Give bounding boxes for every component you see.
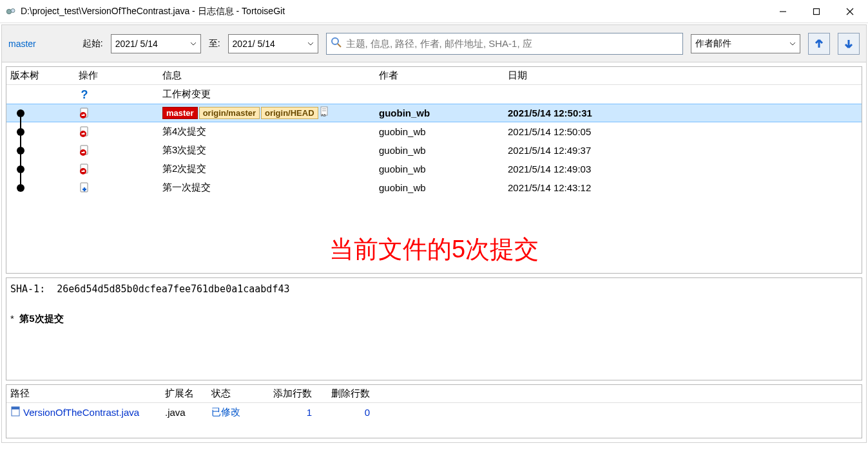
file-icon bbox=[10, 406, 21, 418]
commit-date: 2021/5/14 12:49:37 bbox=[504, 145, 862, 156]
modified-icon bbox=[79, 108, 90, 119]
modified-icon bbox=[79, 164, 90, 175]
annotation-label: 当前文件的5次提交 bbox=[329, 233, 539, 266]
log-row[interactable]: 第4次提交guobin_wb2021/5/14 12:50:05 bbox=[6, 122, 862, 141]
fcol-path[interactable]: 路径 bbox=[6, 388, 161, 400]
worktree-msg: 工作树变更 bbox=[162, 88, 211, 100]
commit-detail-panel[interactable]: SHA-1: 26e6d54d5d85b0dcfea7fee761dbe0a1c… bbox=[6, 277, 862, 380]
to-date-picker[interactable]: 2021/ 5/14 bbox=[228, 34, 318, 53]
svg-line-7 bbox=[338, 44, 341, 47]
log-row[interactable]: master origin/master origin/HEAD A5guobi… bbox=[6, 104, 862, 122]
search-input[interactable] bbox=[346, 38, 679, 49]
log-row[interactable]: 第3次提交guobin_wb2021/5/14 12:49:37 bbox=[6, 141, 862, 160]
prev-button[interactable] bbox=[808, 33, 830, 55]
maximize-button[interactable] bbox=[800, 0, 833, 23]
fcol-status[interactable]: 状态 bbox=[207, 388, 258, 400]
commit-date: 2021/5/14 12:49:03 bbox=[504, 164, 862, 174]
added-icon bbox=[79, 182, 90, 194]
ref-tag: origin/HEAD bbox=[261, 107, 318, 119]
file-ext: .java bbox=[161, 407, 207, 418]
file-del: 0 bbox=[316, 407, 374, 418]
chevron-down-icon bbox=[789, 39, 796, 49]
file-path: VersionOfTheContrast.java bbox=[23, 407, 139, 418]
commit-date: 2021/5/14 12:50:05 bbox=[504, 126, 862, 137]
commit-msg: 第4次提交 bbox=[162, 126, 206, 138]
file-add: 1 bbox=[258, 407, 316, 418]
fcol-add[interactable]: 添加行数 bbox=[258, 388, 316, 400]
log-body: ? 工作树变更 master origin/master origin/HEAD… bbox=[6, 85, 862, 273]
svg-rect-3 bbox=[814, 8, 820, 14]
from-label: 起始: bbox=[82, 38, 103, 50]
commit-msg: 第3次提交 bbox=[162, 144, 206, 156]
commit-bullet: * bbox=[10, 313, 14, 324]
log-row[interactable]: 第2次提交guobin_wb2021/5/14 12:49:03 bbox=[6, 160, 862, 178]
log-row[interactable]: 第一次提交guobin_wb2021/5/14 12:43:12 bbox=[6, 178, 862, 197]
app-icon bbox=[5, 6, 17, 17]
col-msg[interactable]: 信息 bbox=[159, 70, 375, 82]
svg-text:A5: A5 bbox=[321, 113, 326, 117]
commit-log-panel: 版本树 操作 信息 作者 日期 ? 工作树变更 master origin/ma… bbox=[6, 66, 862, 274]
svg-point-0 bbox=[6, 9, 12, 14]
from-date-picker[interactable]: 2021/ 5/14 bbox=[111, 34, 201, 53]
to-label: 至: bbox=[209, 38, 220, 50]
commit-author: guobin_wb bbox=[375, 145, 504, 156]
filter-toolbar: master 起始: 2021/ 5/14 至: 2021/ 5/14 作者邮件 bbox=[2, 25, 866, 62]
svg-rect-30 bbox=[84, 187, 85, 191]
commit-msg: 第2次提交 bbox=[162, 163, 206, 175]
ref-tag: master bbox=[162, 107, 198, 119]
file-status: 已修改 bbox=[207, 406, 258, 418]
changed-files-panel: 路径 扩展名 状态 添加行数 删除行数 VersionOfTheContrast… bbox=[6, 384, 862, 438]
chevron-down-icon bbox=[190, 39, 197, 49]
commit-author: guobin_wb bbox=[375, 182, 504, 193]
filter-field-select[interactable]: 作者邮件 bbox=[691, 34, 800, 53]
from-date-value: 2021/ 5/14 bbox=[115, 39, 158, 49]
modified-icon bbox=[79, 126, 90, 138]
minimize-button[interactable] bbox=[766, 0, 800, 23]
fcol-ext[interactable]: 扩展名 bbox=[161, 388, 207, 400]
commit-author: guobin_wb bbox=[375, 108, 504, 118]
fcol-del[interactable]: 删除行数 bbox=[316, 388, 374, 400]
commit-date: 2021/5/14 12:50:31 bbox=[504, 108, 862, 118]
branch-link[interactable]: master bbox=[8, 39, 36, 49]
to-date-value: 2021/ 5/14 bbox=[233, 39, 275, 49]
commit-title: 第5次提交 bbox=[19, 313, 63, 324]
question-icon: ? bbox=[79, 89, 90, 100]
sha-value: 26e6d54d5d85b0dcfea7fee761dbe0a1caabdf43 bbox=[57, 283, 289, 295]
search-box[interactable] bbox=[326, 33, 683, 55]
log-header: 版本树 操作 信息 作者 日期 bbox=[6, 67, 862, 85]
author-icon: A5 bbox=[320, 106, 329, 120]
svg-rect-32 bbox=[12, 407, 19, 409]
file-row[interactable]: VersionOfTheContrast.java.java已修改10 bbox=[6, 403, 862, 421]
close-button[interactable] bbox=[833, 0, 867, 23]
log-row-worktree[interactable]: ? 工作树变更 bbox=[6, 85, 862, 104]
commit-author: guobin_wb bbox=[375, 164, 504, 174]
commit-author: guobin_wb bbox=[375, 126, 504, 137]
window-title: D:\project_test\VersionOfTheContrast.jav… bbox=[21, 6, 766, 17]
next-button[interactable] bbox=[838, 33, 860, 55]
col-date[interactable]: 日期 bbox=[504, 70, 862, 82]
file-header: 路径 扩展名 状态 添加行数 删除行数 bbox=[6, 385, 862, 403]
col-op[interactable]: 操作 bbox=[75, 70, 159, 82]
sha-label: SHA-1: bbox=[10, 283, 45, 295]
filter-field-value: 作者邮件 bbox=[695, 38, 731, 50]
svg-point-1 bbox=[11, 8, 15, 12]
svg-point-6 bbox=[332, 38, 338, 44]
ref-tag: origin/master bbox=[199, 107, 260, 119]
col-tree[interactable]: 版本树 bbox=[6, 70, 75, 82]
commit-date: 2021/5/14 12:43:12 bbox=[504, 182, 862, 193]
col-author[interactable]: 作者 bbox=[375, 70, 504, 82]
modified-icon bbox=[79, 145, 90, 156]
commit-msg: 第一次提交 bbox=[162, 182, 211, 194]
search-icon bbox=[331, 37, 342, 50]
chevron-down-icon bbox=[307, 39, 314, 49]
title-bar: D:\project_test\VersionOfTheContrast.jav… bbox=[0, 0, 868, 23]
